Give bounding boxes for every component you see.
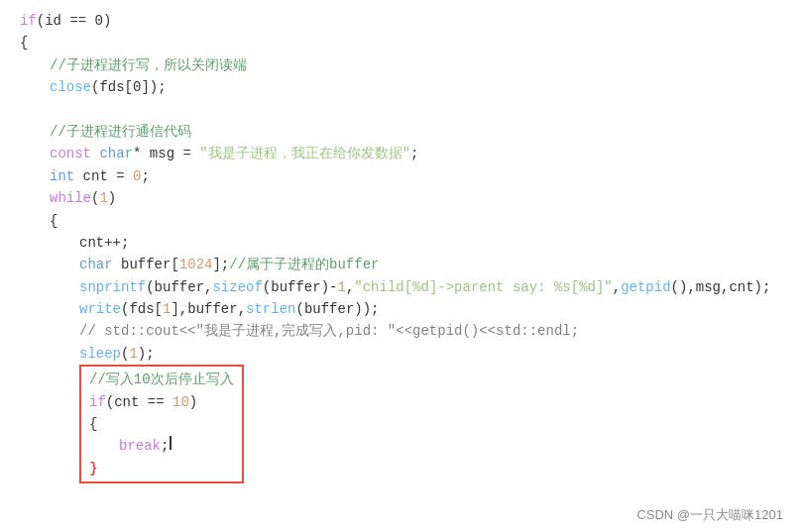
code-line: cnt++; xyxy=(20,232,783,254)
code-line: while(1) xyxy=(20,187,783,209)
highlight-region: //写入10次后停止写入 if(cnt == 10) { break; } xyxy=(79,365,783,483)
code-container: if(id == 0) { //子进程进行写，所以关闭读端 close(fds[… xyxy=(0,0,803,485)
footer-watermark: CSDN @一只大喵咪1201 xyxy=(636,506,783,524)
code-line: } xyxy=(89,458,234,479)
code-line: int cnt = 0; xyxy=(20,165,783,187)
code-line: //子进程进行通信代码 xyxy=(20,121,783,143)
code-line: snprintf(buffer,sizeof(buffer)-1,"child[… xyxy=(20,276,783,298)
code-line: write(fds[1],buffer,strlen(buffer)); xyxy=(20,298,783,320)
code-line: { xyxy=(89,413,234,435)
code-line: // std::cout<<"我是子进程,完成写入,pid: "<<getpid… xyxy=(20,320,783,342)
code-line: const char* msg = "我是子进程，我正在给你发数据"; xyxy=(20,143,783,164)
code-line xyxy=(20,99,783,121)
code-line: //写入10次后停止写入 xyxy=(89,369,234,390)
code-line: { xyxy=(20,32,783,53)
highlight-box: //写入10次后停止写入 if(cnt == 10) { break; } xyxy=(79,365,244,483)
code-line: { xyxy=(20,210,783,232)
code-line: } xyxy=(20,483,783,485)
code-line: if(cnt == 10) xyxy=(89,391,234,413)
cursor xyxy=(170,436,172,450)
code-line: close(fds[0]); xyxy=(20,76,783,98)
code-line: if(id == 0) xyxy=(20,10,783,32)
code-line: sleep(1); xyxy=(20,343,783,365)
code-line: //子进程进行写，所以关闭读端 xyxy=(20,54,783,76)
code-line: break; xyxy=(89,435,234,457)
code-line: char buffer[1024];//属于子进程的buffer xyxy=(20,254,783,275)
